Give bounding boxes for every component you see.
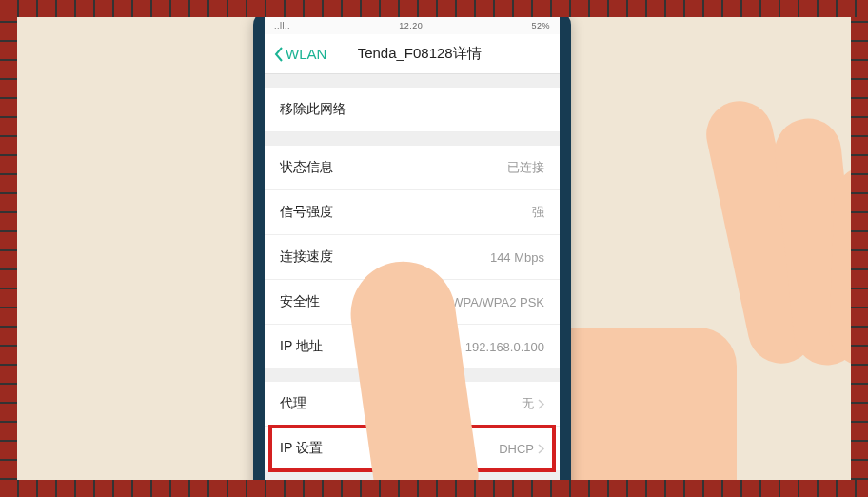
phone-screen: ..ll.. 12.20 52% WLAN Tenda_F08128详情 移除此… — [265, 17, 560, 480]
row-proxy[interactable]: 代理 无 — [265, 382, 560, 427]
chevron-right-icon — [538, 399, 544, 409]
remove-network-row[interactable]: 移除此网络 — [265, 88, 560, 132]
settings-section: 代理 无 IP 设置 DHCP — [265, 382, 560, 470]
phone-frame: ..ll.. 12.20 52% WLAN Tenda_F08128详情 移除此… — [253, 17, 571, 480]
nav-bar: WLAN Tenda_F08128详情 — [265, 34, 560, 74]
page-title: Tenda_F08128详情 — [288, 45, 550, 63]
status-left: ..ll.. — [274, 21, 290, 30]
row-status: 状态信息 已连接 — [265, 146, 560, 190]
status-battery: 52% — [531, 21, 550, 30]
remove-network-label: 移除此网络 — [280, 101, 346, 118]
status-time: 12.20 — [399, 21, 423, 30]
row-security: 安全性 WPA/WPA2 PSK — [265, 280, 560, 325]
status-bar: ..ll.. 12.20 52% — [265, 17, 560, 34]
row-ip-address: IP 地址 192.168.0.100 — [265, 325, 560, 368]
row-speed: 连接速度 144 Mbps — [265, 235, 560, 280]
chevron-right-icon — [538, 444, 544, 454]
chevron-left-icon — [274, 47, 284, 62]
row-signal: 信号强度 强 — [265, 190, 560, 235]
row-ip-settings[interactable]: IP 设置 DHCP — [265, 427, 560, 470]
info-section: 状态信息 已连接 信号强度 强 连接速度 144 Mbps 安全性 WPA/WP… — [265, 146, 560, 368]
